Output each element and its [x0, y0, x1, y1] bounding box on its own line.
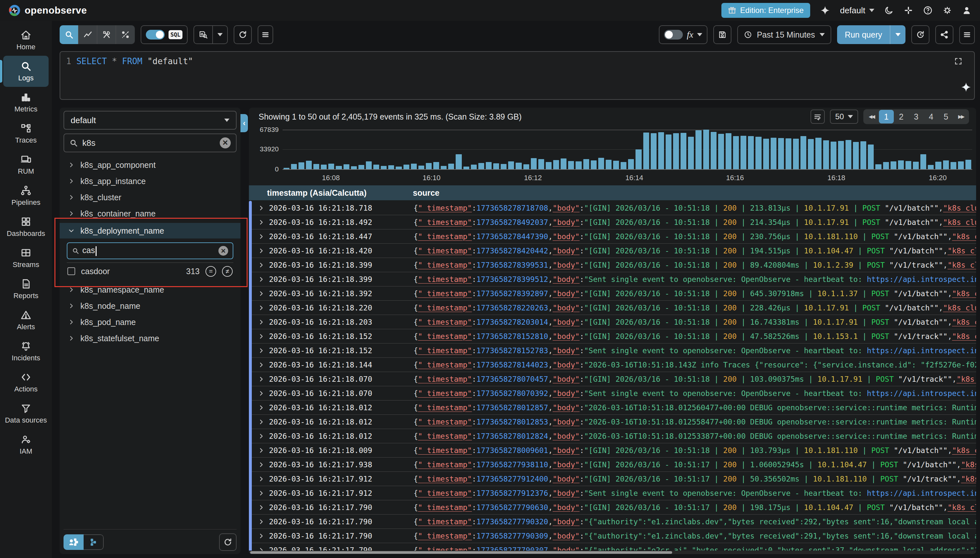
sidebar-item-dashboards[interactable]: Dashboards — [3, 211, 49, 242]
saved-search-dropdown[interactable] — [212, 26, 227, 43]
sidebar-item-reports[interactable]: Reports — [3, 274, 49, 305]
sidebar-item-rum[interactable]: RUM — [3, 149, 49, 180]
expand-row-icon[interactable] — [258, 476, 264, 482]
field-item-k8s-pod-name[interactable]: k8s_pod_name — [64, 314, 236, 330]
expand-row-icon[interactable] — [258, 319, 264, 325]
expand-row-icon[interactable] — [258, 533, 264, 539]
log-row[interactable]: 2026-03-16 16:21:18.012 {"_timestamp":17… — [249, 415, 976, 429]
sidebar-item-data-sources[interactable]: Data sources — [3, 398, 49, 429]
log-row[interactable]: 2026-03-16 16:21:17.912 {"_timestamp":17… — [249, 486, 976, 500]
fullscreen-expand-icon[interactable] — [954, 57, 962, 66]
search-mode-button[interactable] — [60, 25, 79, 44]
expand-row-icon[interactable] — [258, 447, 264, 454]
expand-row-icon[interactable] — [258, 205, 264, 211]
run-query-dropdown[interactable] — [890, 25, 906, 44]
log-row[interactable]: 2026-03-16 16:21:18.718 {"_timestamp":17… — [249, 201, 976, 215]
sidebar-item-logs[interactable]: Logs — [3, 56, 49, 87]
expand-row-icon[interactable] — [258, 333, 264, 340]
sparkle-icon[interactable] — [820, 5, 830, 16]
field-item-k8s-node-name[interactable]: k8s_node_name — [64, 298, 236, 314]
sidebar-item-traces[interactable]: Traces — [3, 118, 49, 149]
function-toggle[interactable] — [664, 30, 683, 39]
field-value-row[interactable]: casdoor 313 = ≠ — [60, 263, 240, 280]
clear-search-icon[interactable]: ✕ — [218, 246, 228, 256]
equals-filter-button[interactable]: = — [205, 266, 216, 277]
log-row[interactable]: 2026-03-16 16:21:17.790 {"_timestamp":17… — [249, 529, 976, 543]
user-profile-icon[interactable] — [962, 5, 972, 15]
log-row[interactable]: 2026-03-16 16:21:18.070 {"_timestamp":17… — [249, 386, 976, 400]
sidebar-item-metrics[interactable]: Metrics — [3, 87, 49, 118]
ai-sparkle-icon[interactable] — [960, 82, 972, 93]
field-item-k8s-statefulset-name[interactable]: k8s_statefulset_name — [64, 330, 236, 346]
sql-mode-toggle[interactable] — [146, 30, 165, 39]
slack-icon[interactable] — [903, 5, 913, 15]
expand-row-icon[interactable] — [258, 461, 264, 468]
page-button-5[interactable]: 5 — [939, 110, 954, 123]
log-row[interactable]: 2026-03-16 16:21:18.420 {"_timestamp":17… — [249, 244, 976, 258]
expand-row-icon[interactable] — [258, 347, 264, 354]
visualize-mode-button[interactable] — [79, 25, 97, 44]
collapse-fields-panel-button[interactable]: ‹ — [240, 114, 248, 132]
events-histogram[interactable]: 67839 33920 0 16:0816:1016:1216:1416:161… — [249, 126, 976, 185]
page-button-2[interactable]: 2 — [894, 110, 909, 123]
horizontal-scrollbar-thumb[interactable] — [250, 551, 672, 554]
value-checkbox[interactable] — [67, 268, 75, 275]
expand-row-icon[interactable] — [258, 419, 264, 425]
field-item-k8s-app-component[interactable]: k8s_app_component — [64, 157, 236, 173]
patterns-mode-button[interactable] — [116, 25, 135, 44]
page-button-3[interactable]: 3 — [909, 110, 924, 123]
chevron-down-icon[interactable] — [697, 33, 702, 36]
run-query-button[interactable]: Run query — [837, 25, 906, 44]
sidebar-item-iam[interactable]: IAM — [3, 429, 49, 460]
vertical-scrollbar[interactable] — [249, 201, 252, 554]
schema-user-view-button[interactable] — [64, 534, 84, 550]
sidebar-item-home[interactable]: Home — [3, 25, 49, 56]
expand-row-icon[interactable] — [258, 519, 264, 525]
expand-row-icon[interactable] — [258, 362, 264, 368]
expand-row-icon[interactable] — [258, 404, 264, 411]
log-row[interactable]: 2026-03-16 16:21:18.399 {"_timestamp":17… — [249, 272, 976, 286]
not-equals-filter-button[interactable]: ≠ — [222, 266, 233, 277]
expand-row-icon[interactable] — [258, 433, 264, 440]
save-function-button[interactable] — [713, 25, 731, 44]
page-button-1[interactable]: 1 — [879, 110, 894, 123]
expand-row-icon[interactable] — [258, 504, 264, 511]
field-item-k8s-cluster[interactable]: k8s_cluster — [64, 189, 236, 205]
log-row[interactable]: 2026-03-16 16:21:17.912 {"_timestamp":17… — [249, 472, 976, 486]
time-range-picker[interactable]: Past 15 Minutes — [737, 25, 831, 44]
log-row[interactable]: 2026-03-16 16:21:18.009 {"_timestamp":17… — [249, 443, 976, 458]
log-row[interactable]: 2026-03-16 16:21:18.392 {"_timestamp":17… — [249, 286, 976, 301]
expand-row-icon[interactable] — [258, 390, 264, 397]
previous-page-button[interactable]: ◀◀ — [864, 110, 879, 123]
sidebar-item-actions[interactable]: Actions — [3, 367, 49, 398]
timestamp-column-header[interactable]: timestamp (Asia/Calcutta) — [249, 188, 413, 198]
sidebar-item-streams[interactable]: Streams — [3, 242, 49, 274]
field-search-input[interactable]: k8s ✕ — [64, 133, 236, 152]
save-search-button[interactable] — [194, 26, 212, 43]
log-row[interactable]: 2026-03-16 16:21:18.152 {"_timestamp":17… — [249, 343, 976, 358]
expand-row-icon[interactable] — [258, 262, 264, 268]
sidebar-item-alerts[interactable]: Alerts — [3, 305, 49, 336]
page-size-select[interactable]: 50 — [830, 110, 858, 124]
field-item-k8s-namespace-name[interactable]: k8s_namespace_name — [64, 282, 236, 298]
log-row[interactable]: 2026-03-16 16:21:18.220 {"_timestamp":17… — [249, 301, 976, 315]
next-page-button[interactable]: ▶▶ — [954, 110, 969, 123]
log-row[interactable]: 2026-03-16 16:21:18.070 {"_timestamp":17… — [249, 372, 976, 386]
expand-row-icon[interactable] — [258, 490, 264, 496]
sql-query-editor[interactable]: 1SELECT * FROM "default" — [60, 51, 975, 100]
sidebar-item-incidents[interactable]: Incidents — [3, 336, 49, 367]
share-button[interactable] — [935, 25, 954, 44]
expand-row-icon[interactable] — [258, 376, 264, 382]
wrap-lines-button[interactable] — [811, 110, 825, 124]
expand-row-icon[interactable] — [258, 248, 264, 254]
organization-selector[interactable]: default — [840, 5, 874, 16]
log-row[interactable]: 2026-03-16 16:21:18.144 {"_timestamp":17… — [249, 358, 976, 372]
clear-search-icon[interactable]: ✕ — [220, 138, 231, 148]
log-row[interactable]: 2026-03-16 16:21:18.447 {"_timestamp":17… — [249, 230, 976, 244]
settings-gear-icon[interactable] — [942, 5, 952, 15]
page-button-4[interactable]: 4 — [924, 110, 939, 123]
expand-row-icon[interactable] — [258, 233, 264, 240]
reset-query-button[interactable] — [234, 25, 252, 44]
refresh-fields-button[interactable] — [219, 533, 236, 551]
schema-view-button[interactable] — [84, 534, 104, 550]
